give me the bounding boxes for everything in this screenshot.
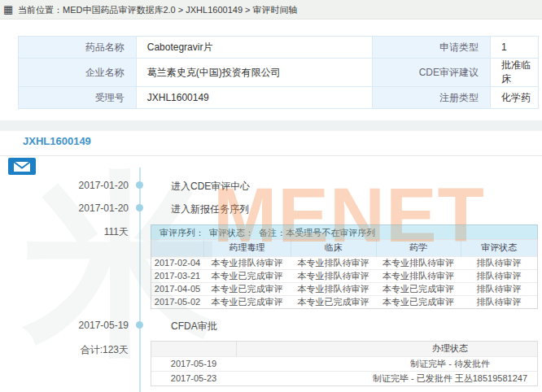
breadcrumb-text: 当前位置：MED中国药品审评数据库2.0 > JXHL1600149 > 审评时…	[18, 5, 298, 15]
table-row: 2017-04-05 本专业已完成审评 本专业排队待审评 本专业已完成审评 排队…	[151, 282, 537, 295]
application-type-label: 申请类型	[373, 37, 491, 59]
acceptance-no-value: JXHL1600149	[136, 87, 373, 109]
col-pharmacology: 药理毒理	[203, 240, 291, 256]
event-date: 2017-01-20	[0, 180, 129, 191]
table-row: 2017-05-23 制证完毕 - 已发批件 王丛18519581247	[151, 371, 537, 385]
cell: 本专业排队待审评	[376, 269, 461, 282]
table-row: 2017-03-21 本专业已完成审评 本专业排队待审评 本专业排队待审评 排队…	[151, 269, 537, 282]
application-type-value: 1	[491, 37, 539, 59]
cell: 制证完毕 - 已发批件 王丛18519581247	[363, 371, 537, 385]
event-label: 进入新报任务序列	[171, 203, 249, 216]
total-days-label: 合计:123天	[0, 343, 129, 357]
page: ▦ 当前位置：MED中国药品审评数据库2.0 > JXHL1600149 > 审…	[0, 0, 542, 392]
table-row: 受理号 JXHL1600149 注册类型 化学药	[19, 87, 539, 109]
cell: 2017-05-23	[151, 371, 236, 385]
cell: 排队待审评	[461, 295, 537, 308]
table-row: 药品名称 Cabotegravir片 申请类型 1	[19, 37, 539, 59]
cell	[236, 356, 363, 371]
table-row: 2017-05-19 制证完毕 - 待发批件	[151, 356, 537, 371]
col-handling-status: 办理状态	[363, 342, 537, 356]
col-pharmacy: 药学	[376, 240, 461, 256]
cell: 2017-05-02	[151, 295, 203, 308]
col-review-status: 审评状态	[461, 240, 537, 256]
cell	[236, 371, 363, 385]
event-label: CFDA审批	[171, 320, 217, 333]
col-date	[151, 342, 236, 356]
cell: 本专业已完成审评	[376, 282, 461, 295]
timeline-line	[139, 168, 141, 392]
company-value: 葛兰素史克(中国)投资有限公司	[136, 59, 373, 87]
drug-name-value: Cabotegravir片	[136, 37, 373, 59]
cell: 排队待审评	[461, 269, 537, 282]
cell: 本专业排队待审评	[291, 256, 376, 269]
timeline-dot	[136, 181, 143, 189]
cell: 2017-02-04	[151, 256, 203, 269]
table-row: 2017-05-02 本专业已完成审评 本专业已完成审评 本专业已完成审评 排队…	[151, 295, 537, 308]
table-row: 2017-02-04 本专业排队待审评 本专业排队待审评 本专业排队待审评 排队…	[151, 256, 537, 269]
drug-name-label: 药品名称	[19, 37, 137, 59]
table-header-row: 药理毒理 临床 药学 审评状态	[151, 240, 537, 256]
section-title: JXHL1600149	[23, 135, 91, 147]
cell: 本专业排队待审评	[203, 256, 291, 269]
review-status-table: 药理毒理 临床 药学 审评状态 2017-02-04 本专业排队待审评 本专业排…	[151, 240, 537, 308]
cell: 排队待审评	[461, 282, 537, 295]
grid-icon: ▦	[3, 0, 13, 20]
cell: 本专业已完成审评	[376, 295, 461, 308]
event-date: 2017-05-19	[0, 320, 129, 331]
col-date	[151, 240, 203, 256]
cell: 排队待审评	[461, 256, 537, 269]
cell: 本专业已完成审评	[203, 282, 291, 295]
review-sequence-header: 审评序列： 审评状态： 备注：本受理号不在审评序列	[151, 225, 537, 240]
registration-type-label: 注册类型	[373, 87, 491, 109]
acceptance-no-label: 受理号	[19, 87, 137, 109]
event-date: 2017-01-20	[0, 203, 129, 214]
duration-label: 111天	[0, 225, 129, 239]
event-label: 进入CDE审评中心	[171, 180, 250, 194]
review-sequence-panel: 审评序列： 审评状态： 备注：本受理号不在审评序列 药理毒理 临床 药学 审评状…	[151, 224, 538, 309]
cell: 本专业已完成审评	[203, 269, 291, 282]
cde-advice-label: CDE审评建议	[373, 59, 491, 87]
approval-status-table: 办理状态 2017-05-19 制证完毕 - 待发批件 2017-05-23 制…	[151, 342, 537, 385]
timeline-dot	[136, 321, 143, 329]
timeline-dot	[136, 204, 143, 211]
cde-advice-value: 批准临床	[491, 59, 539, 87]
registration-type-value: 化学药	[491, 87, 539, 109]
table-header-row: 办理状态	[151, 342, 537, 356]
approval-status-panel: 办理状态 2017-05-19 制证完毕 - 待发批件 2017-05-23 制…	[151, 341, 538, 386]
section-divider	[0, 120, 542, 131]
cell: 制证完毕 - 待发批件	[363, 356, 537, 371]
col-spacer	[236, 342, 363, 356]
cell: 本专业已完成审评	[291, 295, 376, 308]
breadcrumb[interactable]: ▦ 当前位置：MED中国药品审评数据库2.0 > JXHL1600149 > 审…	[0, 0, 542, 20]
mail-icon[interactable]	[8, 158, 36, 175]
cell: 2017-05-19	[151, 356, 236, 371]
cell: 2017-03-21	[151, 269, 203, 282]
table-row: 企业名称 葛兰素史克(中国)投资有限公司 CDE审评建议 批准临床	[19, 59, 539, 87]
col-clinical: 临床	[291, 240, 376, 256]
cell: 本专业排队待审评	[291, 269, 376, 282]
cell: 2017-04-05	[151, 282, 203, 295]
cell: 本专业排队待审评	[376, 256, 461, 269]
cell: 本专业排队待审评	[291, 282, 376, 295]
company-label: 企业名称	[19, 59, 137, 87]
cell: 本专业已完成审评	[203, 295, 291, 308]
panel-divider	[0, 155, 542, 156]
drug-info-table: 药品名称 Cabotegravir片 申请类型 1 企业名称 葛兰素史克(中国)…	[18, 36, 539, 109]
